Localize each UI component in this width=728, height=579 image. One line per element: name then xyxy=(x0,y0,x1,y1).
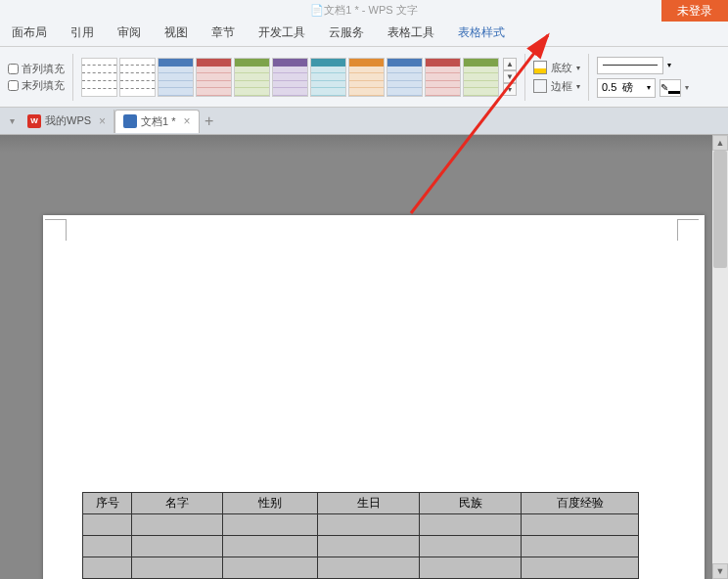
chevron-down-icon: ▾ xyxy=(667,61,671,69)
style-purple[interactable] xyxy=(272,58,308,97)
first-col-fill-checkbox[interactable] xyxy=(8,64,19,74)
vertical-scrollbar[interactable]: ▲ ▼ xyxy=(712,135,728,579)
menu-cloud[interactable]: 云服务 xyxy=(317,19,376,47)
margin-corner xyxy=(45,219,67,241)
separator xyxy=(588,54,589,101)
shading-button[interactable]: 底纹 ▾ xyxy=(533,61,580,75)
menu-bar: 面布局 引用 审阅 视图 章节 开发工具 云服务 表格工具 表格样式 xyxy=(0,20,728,47)
wps-icon: W xyxy=(27,114,41,128)
style-plain-2[interactable] xyxy=(119,58,156,97)
document-tab-bar: ▾ W 我的WPS × 文档1 * × + xyxy=(0,108,728,135)
table-row[interactable] xyxy=(83,514,639,536)
scroll-down-icon[interactable]: ▼ xyxy=(712,563,728,579)
border-style-group: ▾ 0.5 磅 ▾ ✎ ▾ xyxy=(597,57,689,98)
line-style-preview xyxy=(597,57,663,74)
last-col-fill-option[interactable]: 末列填充 xyxy=(8,78,65,93)
tab-wps-home[interactable]: W 我的WPS × xyxy=(20,110,114,133)
gallery-up-icon[interactable]: ▲ xyxy=(503,58,517,70)
gallery-more-icon[interactable]: ▾ xyxy=(503,83,517,96)
first-col-fill-option[interactable]: 首列填充 xyxy=(8,62,65,76)
header-cell[interactable]: 序号 xyxy=(83,493,132,514)
chevron-down-icon: ▾ xyxy=(576,82,580,91)
style-blue[interactable] xyxy=(158,58,194,97)
color-bar xyxy=(668,91,680,94)
margin-corner xyxy=(677,219,699,241)
table-header-row[interactable]: 序号 名字 性别 生日 民族 百度经验 xyxy=(83,493,639,514)
first-col-fill-label: 首列填充 xyxy=(22,62,65,76)
style-teal[interactable] xyxy=(310,58,346,97)
close-icon[interactable]: × xyxy=(184,114,191,128)
doc-title: 文档1 * - WPS 文字 xyxy=(324,3,417,18)
tab-nav-down-icon[interactable]: ▾ xyxy=(4,113,20,129)
border-label: 边框 xyxy=(551,79,572,94)
table-row[interactable] xyxy=(83,536,639,557)
separator xyxy=(524,54,525,101)
pen-icon: ✎ xyxy=(660,82,668,93)
shading-icon xyxy=(533,61,547,74)
menu-table-tools[interactable]: 表格工具 xyxy=(376,19,446,47)
menu-view[interactable]: 视图 xyxy=(153,19,200,47)
shading-label: 底纹 xyxy=(551,61,572,75)
style-blue-2[interactable] xyxy=(387,58,423,97)
border-icon xyxy=(533,79,547,93)
add-tab-button[interactable]: + xyxy=(200,112,219,130)
chevron-down-icon: ▾ xyxy=(647,83,651,92)
menu-sections[interactable]: 章节 xyxy=(200,19,247,47)
fill-options-group: 首列填充 末列填充 xyxy=(8,62,65,93)
pen-color-button[interactable]: ✎ xyxy=(660,79,681,97)
tab-label: 我的WPS xyxy=(45,113,91,128)
login-button[interactable]: 未登录 xyxy=(661,0,728,22)
header-cell[interactable]: 名字 xyxy=(132,493,223,514)
border-button[interactable]: 边框 ▾ xyxy=(533,79,580,94)
border-line-style[interactable]: ▾ xyxy=(597,57,689,74)
title-bar: 📄 文档1 * - WPS 文字 xyxy=(0,0,728,20)
menu-devtools[interactable]: 开发工具 xyxy=(247,19,317,47)
style-green[interactable] xyxy=(234,58,270,97)
ribbon: 首列填充 末列填充 xyxy=(0,47,728,108)
chevron-down-icon[interactable]: ▾ xyxy=(685,83,689,92)
scroll-up-icon[interactable]: ▲ xyxy=(712,135,728,151)
tab-doc1[interactable]: 文档1 * × xyxy=(114,110,199,133)
style-red-2[interactable] xyxy=(425,58,461,97)
menu-layout[interactable]: 面布局 xyxy=(0,19,59,47)
doc-icon: 📄 xyxy=(310,4,324,17)
document-area: 序号 名字 性别 生日 民族 百度经验 ▲ ▼ xyxy=(0,135,728,579)
border-width-unit: 磅 xyxy=(622,81,633,93)
header-cell[interactable]: 性别 xyxy=(223,493,318,514)
gallery-down-icon[interactable]: ▼ xyxy=(503,70,517,83)
gallery-scroll: ▲ ▼ ▾ xyxy=(503,58,517,96)
menu-table-style[interactable]: 表格样式 xyxy=(446,19,517,47)
table-row[interactable] xyxy=(83,557,639,579)
last-col-fill-checkbox[interactable] xyxy=(8,80,19,91)
style-green-2[interactable] xyxy=(463,58,499,97)
last-col-fill-label: 末列填充 xyxy=(22,78,65,93)
scroll-thumb[interactable] xyxy=(713,151,727,268)
document-icon xyxy=(123,114,137,128)
table-style-gallery: ▲ ▼ ▾ xyxy=(81,58,517,97)
separator xyxy=(72,54,73,101)
close-icon[interactable]: × xyxy=(99,114,106,128)
menu-references[interactable]: 引用 xyxy=(59,19,106,47)
tab-label: 文档1 * xyxy=(141,114,175,129)
border-width-select[interactable]: 0.5 磅 ▾ xyxy=(597,78,656,98)
border-shading-group: 底纹 ▾ 边框 ▾ xyxy=(533,61,580,94)
style-plain-1[interactable] xyxy=(81,58,117,97)
header-cell[interactable]: 百度经验 xyxy=(522,493,639,514)
style-red[interactable] xyxy=(196,58,232,97)
header-cell[interactable]: 生日 xyxy=(318,493,420,514)
header-cell[interactable]: 民族 xyxy=(420,493,522,514)
menu-review[interactable]: 审阅 xyxy=(106,19,153,47)
style-orange[interactable] xyxy=(348,58,385,97)
chevron-down-icon: ▾ xyxy=(576,64,580,72)
border-width-value: 0.5 xyxy=(602,81,616,93)
document-table[interactable]: 序号 名字 性别 生日 民族 百度经验 xyxy=(82,492,639,579)
